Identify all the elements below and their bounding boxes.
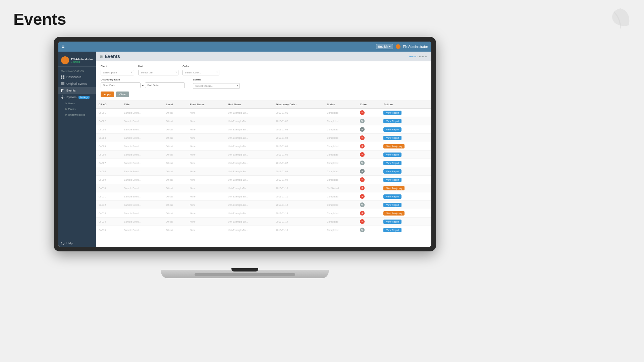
cell-level: Official: [163, 134, 187, 142]
cell-plant: None: [187, 218, 225, 226]
cell-crno: Cr-001: [96, 108, 121, 117]
date-filter: Discovery Date -: [101, 78, 185, 89]
col-unit-name[interactable]: Unit Name: [225, 101, 273, 108]
svg-rect-5: [61, 83, 64, 84]
table-row: Cr-015 Sample Event... Official None Uni…: [96, 226, 431, 234]
view-report-button[interactable]: View Report: [383, 220, 401, 224]
plant-filter: Plant Select plant: [101, 65, 134, 75]
unit-label: Unit: [138, 65, 178, 68]
cell-date: 2019-01-09: [273, 176, 324, 184]
start-analyzing-button[interactable]: Start Analyzing: [383, 144, 405, 148]
start-analyzing-button[interactable]: Start Analyzing: [383, 211, 405, 216]
view-report-button[interactable]: View Report: [383, 136, 401, 140]
svg-rect-4: [61, 82, 64, 83]
cell-title: Sample Event...: [121, 176, 163, 184]
start-analyzing-button[interactable]: Start Analyzing: [383, 186, 405, 190]
col-crno[interactable]: CRNO: [96, 101, 121, 108]
help-icon: ?: [61, 242, 64, 245]
col-discovery-date[interactable]: Discovery Date ↕: [273, 101, 324, 108]
cell-crno: Cr-014: [96, 218, 121, 226]
view-report-button[interactable]: View Report: [383, 127, 401, 132]
sidebar-item-original-events[interactable]: Original Events: [58, 80, 96, 87]
cell-date: 2019-01-02: [273, 117, 324, 125]
cell-actions: View Report: [381, 226, 431, 234]
view-report-button[interactable]: View Report: [383, 178, 401, 182]
cell-title: Sample Event...: [121, 134, 163, 142]
cell-title: Sample Event...: [121, 218, 163, 226]
laptop-bezel: ≡ English ▾ FN Administrator FN Administ…: [54, 37, 436, 251]
cell-title: Sample Event...: [121, 150, 163, 159]
sidebar-item-units[interactable]: Units/Modules: [58, 112, 96, 118]
breadcrumb-home[interactable]: Home: [409, 55, 416, 58]
hamburger-icon[interactable]: ≡: [62, 44, 64, 49]
table-row: Cr-006 Sample Event... Official None Uni…: [96, 150, 431, 159]
cell-status: Completed: [324, 218, 357, 226]
col-plant-name[interactable]: Plant Name: [187, 101, 225, 108]
view-report-button[interactable]: View Report: [383, 111, 401, 115]
user-section: FN Administrator ● Online: [58, 54, 96, 67]
cell-title: Sample Event...: [121, 117, 163, 125]
view-report-button[interactable]: View Report: [383, 169, 401, 174]
col-status[interactable]: Status: [324, 101, 357, 108]
language-button[interactable]: English ▾: [376, 44, 393, 49]
color-badge: G: [360, 127, 365, 132]
cell-unit: Unit-Example-En...: [225, 218, 273, 226]
sidebar-user-name: FN Administrator: [71, 58, 93, 61]
color-badge: G: [360, 169, 365, 174]
cell-status: Completed: [324, 226, 357, 234]
color-select[interactable]: Select Color...: [182, 70, 219, 75]
laptop-screen: ≡ English ▾ FN Administrator FN Administ…: [58, 42, 431, 247]
status-select[interactable]: Select Status...: [193, 83, 240, 89]
col-title[interactable]: Title: [121, 101, 163, 108]
view-report-button[interactable]: View Report: [383, 194, 401, 199]
col-actions: Actions: [381, 101, 431, 108]
cell-color: R: [357, 218, 381, 226]
cell-actions: View Report: [381, 201, 431, 209]
apply-button[interactable]: Apply: [101, 92, 114, 97]
view-report-button[interactable]: View Report: [383, 153, 401, 157]
cell-plant: None: [187, 192, 225, 201]
filter-actions: Apply Clear: [101, 92, 427, 97]
sidebar-item-dashboard[interactable]: Dashboard: [58, 74, 96, 80]
col-color[interactable]: Color: [357, 101, 381, 108]
sidebar-item-label: Dashboard: [66, 75, 81, 79]
cell-level: Official: [163, 176, 187, 184]
cell-status: Completed: [324, 192, 357, 201]
color-badge: R: [360, 144, 365, 148]
view-report-button[interactable]: View Report: [383, 119, 401, 123]
content-header-title: Events: [105, 54, 120, 59]
sidebar-item-plants[interactable]: Plants: [58, 106, 96, 112]
unit-select[interactable]: Select unit: [138, 70, 178, 75]
color-badge: R: [360, 135, 365, 140]
color-badge: R: [360, 194, 365, 199]
cell-title: Sample Event...: [121, 192, 163, 201]
cell-color: G: [357, 125, 381, 134]
cell-level: Official: [163, 159, 187, 167]
sidebar-item-label: Original Events: [66, 82, 87, 85]
cell-unit: Unit-Example-En...: [225, 201, 273, 209]
plant-select[interactable]: Select plant: [101, 70, 134, 75]
start-date-input[interactable]: [101, 82, 141, 88]
cell-plant: None: [187, 117, 225, 125]
cell-color: R: [357, 108, 381, 117]
sidebar-item-system[interactable]: System Settings: [58, 94, 96, 101]
cell-unit: Unit-Example-En...: [225, 167, 273, 176]
table-row: Cr-013 Sample Event... Official None Uni…: [96, 209, 431, 218]
cell-unit: Unit-Example-En...: [225, 209, 273, 218]
col-level[interactable]: Level: [163, 101, 187, 108]
date-separator: -: [142, 82, 144, 88]
end-date-input[interactable]: [145, 82, 185, 88]
view-report-button[interactable]: View Report: [383, 228, 401, 232]
sidebar-item-help[interactable]: ? Help: [58, 240, 96, 247]
view-report-button[interactable]: View Report: [383, 203, 401, 207]
cell-actions: Start Analyzing: [381, 209, 431, 218]
view-report-button[interactable]: View Report: [383, 161, 401, 165]
sidebar-item-events[interactable]: Events: [58, 87, 96, 94]
clear-button[interactable]: Clear: [116, 92, 129, 97]
sidebar-item-users[interactable]: Users: [58, 101, 96, 106]
top-bar: ≡ English ▾ FN Administrator: [58, 42, 431, 52]
cell-actions: View Report: [381, 176, 431, 184]
svg-rect-3: [63, 77, 64, 79]
cell-title: Sample Event...: [121, 159, 163, 167]
settings-badge: Settings: [78, 96, 90, 99]
